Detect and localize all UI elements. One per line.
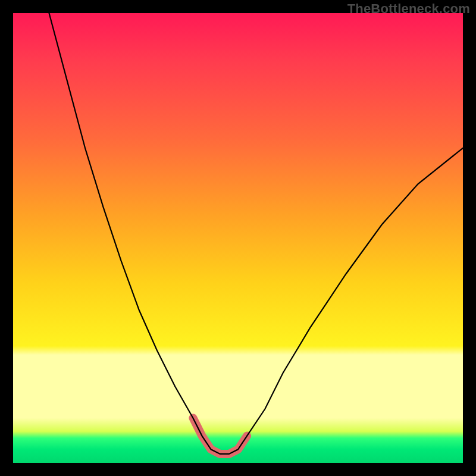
chart-frame: TheBottleneck.com [0, 0, 476, 476]
chart-svg [13, 13, 463, 463]
bottleneck-curve [49, 13, 464, 454]
watermark-text: TheBottleneck.com [347, 1, 470, 17]
plot-area [13, 13, 463, 463]
